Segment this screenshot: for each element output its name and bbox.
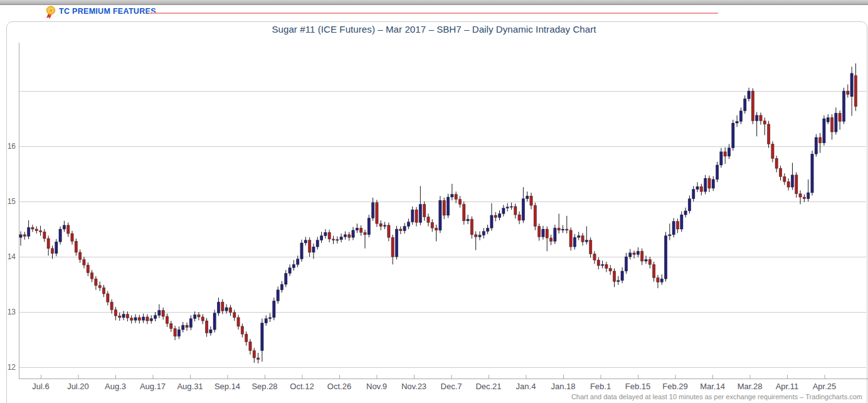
candle-body <box>569 230 572 247</box>
candle-body <box>716 165 718 180</box>
candle-body <box>241 326 243 334</box>
candle-body <box>827 117 829 122</box>
x-tick-label: Apr.25 <box>813 382 837 391</box>
candle-body <box>217 302 220 313</box>
x-tick-label: Aug.3 <box>105 382 126 391</box>
candle-body <box>648 259 651 264</box>
candle-body <box>854 75 857 106</box>
x-tick-label: Jan.18 <box>551 382 575 391</box>
candle-body <box>395 229 398 257</box>
candle-body <box>696 186 699 189</box>
candle-body <box>640 251 643 261</box>
candle-body <box>728 148 730 156</box>
candle-body <box>98 286 101 288</box>
candle-body <box>470 219 473 235</box>
candle-body <box>664 236 667 279</box>
candlestick-chart[interactable]: 1615141312Jul.6Jul.20Aug.3Aug.17Aug.31Se… <box>0 0 868 403</box>
candle-body <box>601 264 603 266</box>
x-tick-label: Aug.17 <box>140 382 166 391</box>
candle-body <box>229 308 231 313</box>
candle-body <box>245 334 247 341</box>
candle-body <box>359 228 362 232</box>
candle-body <box>186 325 188 328</box>
x-tick-label: Mar.14 <box>700 382 725 391</box>
candle-body <box>739 111 742 122</box>
candle-body <box>142 317 144 320</box>
candle-body <box>122 314 125 318</box>
candle-body <box>617 281 620 282</box>
candle-body <box>688 199 691 211</box>
candle-body <box>458 199 461 204</box>
candle-body <box>482 232 485 235</box>
candle-body <box>364 232 366 235</box>
candle-body <box>732 123 734 148</box>
candle-body <box>652 264 655 277</box>
candle-body <box>110 302 113 309</box>
candle-body <box>510 207 512 207</box>
candle-body <box>280 284 283 290</box>
candle-body <box>680 215 683 229</box>
y-tick-label: 13 <box>8 308 16 316</box>
candle-body <box>573 237 576 247</box>
candle-body <box>830 117 833 132</box>
candle-body <box>174 328 176 336</box>
candle-body <box>447 197 449 215</box>
candle-body <box>720 152 722 165</box>
candle-body <box>811 154 813 193</box>
candle-body <box>736 121 738 123</box>
candle-body <box>83 259 85 265</box>
candle-body <box>530 196 532 205</box>
x-tick-label: Jul.6 <box>32 382 49 391</box>
candle-body <box>55 242 58 253</box>
x-tick-label: Jan.4 <box>516 382 536 391</box>
candle-body <box>166 316 168 323</box>
candle-body <box>494 215 497 218</box>
candle-body <box>189 319 192 328</box>
candle-body <box>221 302 224 311</box>
candle-body <box>376 203 378 223</box>
candle-body <box>581 236 584 242</box>
candle-body <box>633 253 635 255</box>
candle-body <box>597 260 600 266</box>
x-tick-label: Sep.28 <box>251 382 277 391</box>
candle-body <box>467 219 469 221</box>
candle-body <box>578 236 580 238</box>
candle-body <box>340 237 342 239</box>
candle-body <box>268 318 271 319</box>
candle-body <box>213 313 216 330</box>
candle-body <box>75 241 77 252</box>
candle-body <box>526 196 528 198</box>
candle-body <box>304 240 307 243</box>
candle-body <box>692 190 695 199</box>
candle-body <box>352 230 354 237</box>
candle-body <box>443 200 445 215</box>
candle-body <box>684 211 687 215</box>
candle-body <box>514 207 517 215</box>
candle-body <box>411 210 413 222</box>
candle-body <box>676 222 679 229</box>
x-tick-label: Nov.9 <box>366 382 387 391</box>
candle-body <box>645 259 647 261</box>
candle-body <box>71 234 73 241</box>
candle-body <box>119 316 121 318</box>
x-tick-label: Oct.12 <box>290 382 314 391</box>
candle-body <box>379 223 382 226</box>
candle-body <box>669 235 671 236</box>
candle-body <box>27 227 29 236</box>
candle-body <box>225 308 228 311</box>
candle-body <box>534 205 536 226</box>
y-tick-label: 16 <box>8 142 16 151</box>
candle-body <box>35 229 38 231</box>
candle-body <box>839 113 841 121</box>
candle-body <box>842 91 845 121</box>
candle-body <box>332 239 334 240</box>
candle-body <box>95 279 97 286</box>
candle-body <box>775 158 778 168</box>
x-tick-label: Feb.29 <box>662 382 687 391</box>
candle-body <box>388 225 390 237</box>
candle-body <box>39 231 41 232</box>
x-tick-label: Nov.23 <box>401 382 426 391</box>
candle-body <box>316 240 319 247</box>
candle-body <box>43 232 46 239</box>
candle-body <box>324 232 327 235</box>
